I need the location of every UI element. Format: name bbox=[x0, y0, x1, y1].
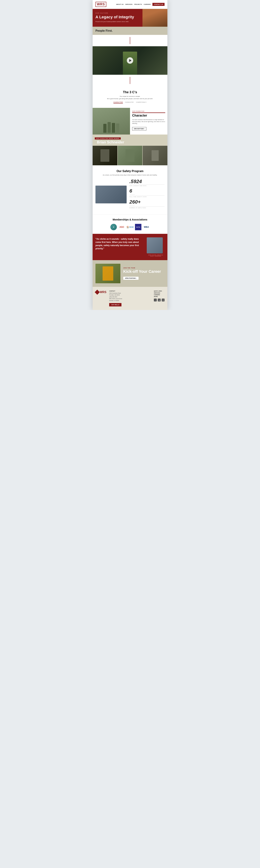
footer-logo-wrap: WRS bbox=[95, 290, 106, 296]
award-header: 2023 CHARACTER AWARD WINNER Brian Schnei… bbox=[93, 134, 167, 146]
facebook-icon[interactable]: f bbox=[154, 299, 157, 302]
award-photos bbox=[93, 146, 167, 165]
three-cs-heading: The 3 C's bbox=[95, 90, 165, 94]
safety-stats: .5924 OUR CURRENT EMR RATE 6 FULL-TIME S… bbox=[129, 179, 165, 210]
memberships-section: Memberships & Associations ✦ AGC 🏠BIAW W… bbox=[93, 214, 167, 234]
linkedin-icon[interactable]: in bbox=[162, 299, 165, 302]
video-section[interactable] bbox=[93, 46, 167, 75]
footer-link-work[interactable]: WORK bbox=[154, 296, 165, 297]
footer-address2: Ferndale, WA 98248 bbox=[109, 294, 151, 296]
logo-wba: WBA bbox=[143, 224, 150, 230]
nav-careers[interactable]: CAREERS bbox=[144, 4, 151, 5]
hero-image bbox=[142, 9, 167, 27]
character-photo bbox=[93, 108, 130, 134]
footer-quick-links: QUICK LINKS SERVICES CAREERS WORK f ig i… bbox=[154, 290, 165, 302]
employees-value: 260+ bbox=[129, 199, 165, 205]
award-badge: 2023 CHARACTER AWARD WINNER bbox=[95, 137, 121, 140]
stat-divider bbox=[129, 194, 135, 195]
logo-wjta: WJTA bbox=[135, 224, 141, 230]
logo-biaw: 🏠BIAW bbox=[127, 224, 133, 230]
quote-person: KODY STUTIS, HEALTH & SAFETY MANAGER bbox=[147, 237, 165, 256]
footer-contact-label: CONTACT bbox=[109, 290, 151, 292]
footer-logo-text: WRS bbox=[100, 290, 106, 294]
section-divider-2 bbox=[130, 77, 130, 84]
arrow-icon: › bbox=[144, 128, 145, 129]
award-photo-3 bbox=[143, 146, 167, 165]
tabs-row: CHARACTER CHEMISTRY COMPETENCY bbox=[95, 101, 165, 103]
careers-image bbox=[95, 264, 120, 283]
safety-staff-value: 6 bbox=[129, 188, 165, 194]
logo-agc: AGC bbox=[119, 224, 125, 230]
social-row: f ig in bbox=[154, 299, 165, 302]
footer-inner: WRS CONTACT 2080 Grandview Road Ferndale… bbox=[95, 290, 165, 306]
three-cs-line1: Our recipe for success is simple. bbox=[95, 96, 165, 97]
nav-about[interactable]: ABOUT US bbox=[116, 4, 123, 5]
character-image bbox=[93, 108, 130, 134]
tab-character[interactable]: CHARACTER bbox=[113, 101, 123, 103]
character-title: Character bbox=[132, 113, 165, 118]
join-team-button[interactable]: JOIN OUR TEAM › bbox=[132, 127, 146, 130]
quote-caption: KODY STUTIS, HEALTH & SAFETY MANAGER bbox=[147, 254, 165, 256]
three-cs-section: The 3 C's Our recipe for success is simp… bbox=[93, 86, 167, 108]
worker-image bbox=[142, 9, 167, 27]
open-positions-button[interactable]: OPEN POSITIONS › bbox=[123, 277, 139, 280]
footer-contact: CONTACT 2080 Grandview Road Ferndale, WA… bbox=[109, 290, 151, 306]
footer-address1: 2080 Grandview Road bbox=[109, 292, 151, 294]
play-button[interactable] bbox=[127, 57, 133, 64]
instagram-icon[interactable]: ig bbox=[158, 299, 161, 302]
safety-section: Our Safety Program As a team, our first … bbox=[93, 165, 167, 214]
hero-section: OUR CULTURE A Legacy of Integrity Proud … bbox=[93, 9, 167, 27]
foundation-label: OUR FOUNDATION bbox=[132, 111, 165, 112]
tab-competency[interactable]: COMPETENCY bbox=[136, 101, 147, 103]
navbar: WRS ABOUT US SERVICES PROJECTS CAREERS C… bbox=[93, 0, 167, 9]
award-name: Brian Schneider bbox=[95, 140, 165, 146]
nav-projects[interactable]: PROJECTS bbox=[134, 4, 142, 5]
emr-rate-label: OUR CURRENT EMR RATE bbox=[129, 184, 165, 186]
careers-section: JOIN THE TEAM Kick-off Your Career OPEN … bbox=[93, 260, 167, 287]
section-divider bbox=[130, 37, 130, 44]
nav-services[interactable]: SERVICES bbox=[125, 4, 133, 5]
memberships-heading: Memberships & Associations bbox=[95, 218, 165, 221]
safety-staff-label: FULL-TIME SAFETY STAFF bbox=[129, 195, 165, 197]
quote-section: "As cliche as it sounds - safety really … bbox=[93, 234, 167, 260]
award-photo-1 bbox=[93, 146, 117, 165]
careers-title: Kick-off Your Career bbox=[123, 269, 165, 274]
award-section: 2023 CHARACTER AWARD WINNER Brian Schnei… bbox=[93, 134, 167, 165]
say-hello-button[interactable]: SAY HELLO bbox=[109, 303, 121, 306]
people-first-section: People First. bbox=[93, 27, 167, 35]
footer-links-label: QUICK LINKS bbox=[154, 290, 165, 292]
footer-phone[interactable]: (360) 366-3503 bbox=[109, 296, 151, 298]
nav-links: ABOUT US SERVICES PROJECTS CAREERS CONTA… bbox=[116, 3, 165, 6]
play-icon bbox=[129, 59, 132, 62]
safety-heading: Our Safety Program bbox=[95, 169, 165, 173]
footer-link-services[interactable]: SERVICES bbox=[154, 292, 165, 293]
character-description: Our team members hold themselves to a hi… bbox=[132, 119, 165, 125]
logo-circle: ✦ bbox=[110, 224, 117, 230]
three-cs-line2: Be a good human, get along with people, … bbox=[95, 98, 165, 99]
footer-link-careers[interactable]: CAREERS bbox=[154, 294, 165, 296]
logos-row: ✦ AGC 🏠BIAW WJTA WBA bbox=[95, 224, 165, 230]
safety-content: .5924 OUR CURRENT EMR RATE 6 FULL-TIME S… bbox=[95, 179, 165, 210]
arrow-icon-careers: › bbox=[137, 278, 137, 279]
quote-photo bbox=[147, 237, 163, 253]
safety-subtitle: As a team, our first priority every day … bbox=[95, 174, 165, 176]
footer: WRS CONTACT 2080 Grandview Road Ferndale… bbox=[93, 287, 167, 310]
emr-rate-value: .5924 bbox=[129, 179, 165, 184]
careers-content: JOIN THE TEAM Kick-off Your Career OPEN … bbox=[123, 267, 165, 280]
footer-address4: Meridian, ID 83646 bbox=[109, 300, 151, 302]
quote-text: "As cliche as it sounds - safety really … bbox=[95, 237, 145, 250]
employees-label: NUMBER OF EMPLOYEES bbox=[129, 207, 165, 208]
character-section: OUR FOUNDATION Character Our team member… bbox=[93, 108, 167, 134]
nav-logo[interactable]: WRS bbox=[95, 2, 106, 7]
safety-image bbox=[95, 186, 126, 204]
character-content: OUR FOUNDATION Character Our team member… bbox=[130, 108, 167, 134]
careers-label: JOIN THE TEAM bbox=[123, 267, 165, 269]
award-photo-2 bbox=[118, 146, 142, 165]
footer-address3: 9861 North Locust Grove bbox=[109, 298, 151, 300]
tab-chemistry[interactable]: CHEMISTRY bbox=[125, 101, 134, 103]
people-first-heading: People First. bbox=[95, 29, 165, 32]
nav-contact-button[interactable]: CONTACT US bbox=[152, 3, 165, 6]
